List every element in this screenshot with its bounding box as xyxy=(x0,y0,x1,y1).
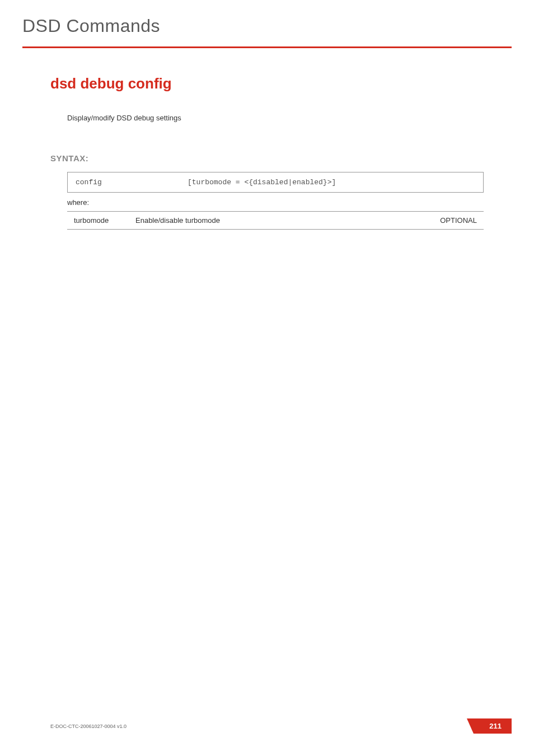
page-footer: E-DOC-CTC-20061027-0004 v1.0 211 xyxy=(0,718,534,734)
syntax-arguments: [turbomode = <{disabled|enabled}>] xyxy=(188,178,475,186)
syntax-section: config [turbomode = <{disabled|enabled}>… xyxy=(67,172,484,230)
page-number: 211 xyxy=(474,718,512,734)
param-name: turbomode xyxy=(67,212,129,230)
page-title: DSD Commands xyxy=(22,16,512,36)
table-row: turbomode Enable/disable turbomode OPTIO… xyxy=(67,212,484,230)
footer-doc-id: E-DOC-CTC-20061027-0004 v1.0 xyxy=(50,724,127,729)
syntax-box: config [turbomode = <{disabled|enabled}>… xyxy=(67,172,484,193)
param-requirement: OPTIONAL xyxy=(411,212,484,230)
command-title: dsd debug config xyxy=(50,75,484,92)
param-description: Enable/disable turbomode xyxy=(129,212,411,230)
command-description: Display/modify DSD debug settings xyxy=(67,114,484,122)
where-label: where: xyxy=(67,198,484,207)
content-area: dsd debug config Display/modify DSD debu… xyxy=(0,48,534,230)
page-header: DSD Commands xyxy=(0,0,534,44)
parameter-table: turbomode Enable/disable turbomode OPTIO… xyxy=(67,211,484,230)
syntax-label: SYNTAX: xyxy=(50,153,484,163)
syntax-command: config xyxy=(76,178,188,186)
